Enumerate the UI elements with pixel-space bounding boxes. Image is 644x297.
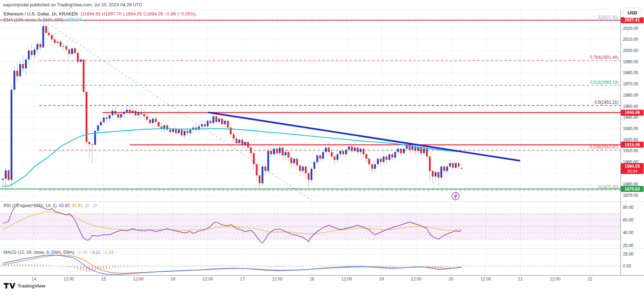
macd-line-value: −3.11 <box>89 250 100 255</box>
ema-label: EMA (100, close, 0, SMA, 100) <box>4 18 64 22</box>
fib-level-label: 0.5(1951.21) <box>595 100 618 105</box>
time-axis-label: 16 <box>171 277 175 282</box>
ema-value: 1909.24 <box>66 18 81 22</box>
rsi-sma-value: 45.81 <box>72 203 83 208</box>
fib-level-label: 0.236(1910.97) <box>590 144 618 149</box>
rsi-label: RSI (14, close, SMA, 14, 2) <box>4 203 57 208</box>
price-axis-label: 1870.00 <box>623 193 638 198</box>
time-axis-label: 20 <box>449 277 453 282</box>
price-tag-value: 1875.83 <box>625 187 640 192</box>
price-tag-value: 1944.49 <box>625 110 640 115</box>
macd-label: MACD (12, 26, close, 9, EMA, EMA) <box>4 250 74 255</box>
time-axis-label: 12:00 <box>480 277 491 282</box>
tradingview-logo-icon <box>4 283 15 289</box>
time-axis-label: 12:00 <box>550 277 560 282</box>
time-axis-label: 18 <box>310 277 314 282</box>
price-axis-label: 2000.00 <box>623 48 638 53</box>
price-axis-label: 1930.00 <box>623 126 638 131</box>
price-tag: 1875.83 <box>621 186 644 192</box>
tradingview-logo[interactable]: TradingView <box>4 283 45 289</box>
fib-level-label: 0.618(1969.19) <box>590 80 618 85</box>
price-tag: 1894.0530:34 <box>621 163 644 174</box>
price-axis-label: 1940.00 <box>623 115 638 120</box>
price-axis-label: 2020.00 <box>623 26 638 31</box>
price-axis-label: 1990.00 <box>623 59 638 64</box>
price-axis-label: 1950.00 <box>623 104 638 109</box>
time-axis-label: 12:00 <box>341 277 352 282</box>
time-axis-label: 22 <box>587 277 592 282</box>
macd-axis-label: 0.00 <box>623 264 631 269</box>
time-axis-label: 15 <box>101 277 106 282</box>
rsi-legend: RSI (14, close, SMA, 14, 2)43.8045.81∅ ∅ <box>4 203 98 208</box>
time-axis-label: 12:00 <box>133 277 144 282</box>
rsi-axis-label: 60.00 <box>623 218 633 222</box>
macd-signal-value: −2.24 <box>102 250 114 255</box>
price-axis-label: 1980.00 <box>623 70 638 75</box>
ohlc-values: O1894.65 H1897.70 L1894.05 C1894.05 −0.8… <box>81 11 196 17</box>
rsi-empty-set-icons: ∅ ∅ <box>85 203 98 208</box>
symbol-legend: Ethereum / U.S. Dollar, 1h, KRAKENO1894.… <box>4 11 196 17</box>
macd-line <box>3 255 462 275</box>
time-axis-label: 21 <box>518 277 523 282</box>
candlestick-series <box>2 21 462 191</box>
price-tag-value: 1915.49 <box>625 142 640 147</box>
time-axis-label: 19 <box>379 277 384 282</box>
candle-countdown: 30:34 <box>627 169 637 174</box>
time-axis-label: 12:00 <box>64 277 74 282</box>
tradingview-chart-snapshot: aayushjindal published on TradingView.co… <box>0 0 644 297</box>
macd-signal-line <box>3 255 462 273</box>
time-axis-label: 12:00 <box>203 277 213 282</box>
price-tag-value: 2027.41 <box>625 18 640 22</box>
price-tag: 1915.49 <box>621 142 644 148</box>
currency-toggle-button[interactable]: USD <box>623 8 642 18</box>
macd-legend: MACD (12, 26, close, 9, EMA, EMA)−0.88−3… <box>4 250 113 255</box>
rsi-value: 43.80 <box>59 203 69 208</box>
fib-level-label: 0.764(1991.44) <box>590 55 618 60</box>
macd-hist-value: −0.88 <box>76 250 87 255</box>
price-axis-label: 2010.00 <box>623 37 638 42</box>
price-axis-label: 1910.00 <box>623 148 638 153</box>
price-tag: 2027.41 <box>621 17 644 23</box>
dashed-diagonal-trendline <box>45 21 312 200</box>
price-axis-label: 1960.00 <box>623 93 638 98</box>
rsi-axis-label: 40.00 <box>623 230 633 235</box>
time-axis-label: 17 <box>240 277 245 282</box>
lightning-marker[interactable] <box>452 193 459 200</box>
time-axis-label: 14 <box>32 277 36 282</box>
time-axis-label: 12:00 <box>411 277 421 282</box>
price-tag: 1944.49 <box>621 110 644 116</box>
fib-level-label: 0(1875.00) <box>598 185 618 189</box>
tradingview-logo-text: TradingView <box>18 283 45 289</box>
ema-legend: EMA (100, close, 0, SMA, 100)1909.24 <box>4 18 81 22</box>
fib-level-label: 1(2027.41) <box>598 15 618 20</box>
price-tag-value: 1894.05 <box>625 164 640 169</box>
time-axis-label: 12:00 <box>272 277 283 282</box>
rsi-axis-label: 80.00 <box>623 205 633 210</box>
macd-axis-label: 25.00 <box>623 252 633 257</box>
price-axis-label: 1970.00 <box>623 82 638 86</box>
rsi-axis-label: 20.00 <box>623 243 633 248</box>
symbol-title: Ethereum / U.S. Dollar, 1h, KRAKEN <box>4 11 78 17</box>
